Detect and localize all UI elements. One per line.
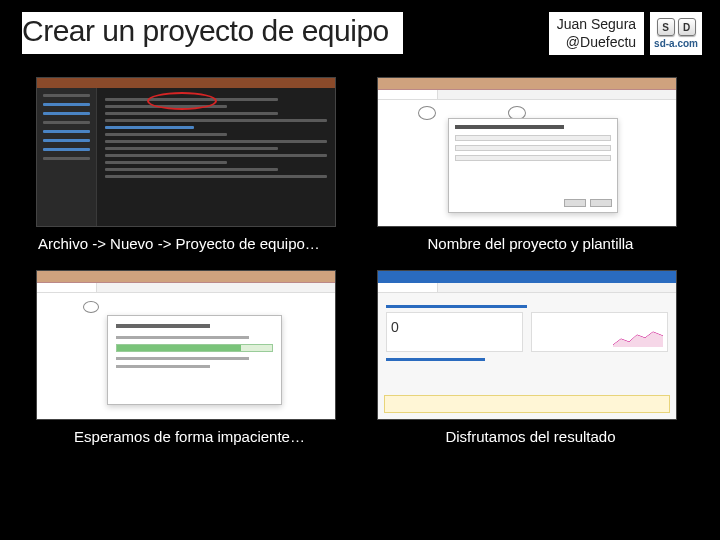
author-handle: @Duefectu — [557, 34, 636, 52]
keycap-d-icon: D — [678, 18, 696, 36]
screenshot-4-dashboard: 0 — [377, 270, 677, 420]
title-container: Crear un proyecto de equipo — [22, 12, 403, 54]
thumbnail-grid: Archivo -> Nuevo -> Proyecto de equipo… … — [0, 61, 720, 469]
highlight-circle-icon — [83, 301, 99, 313]
notice-banner — [384, 395, 670, 413]
caption-1: Archivo -> Nuevo -> Proyecto de equipo… — [36, 231, 343, 266]
badge-text: sd-a.com — [654, 38, 698, 49]
caption-4: Disfrutamos del resultado — [377, 424, 684, 459]
progress-bar-icon — [116, 344, 273, 352]
author-box: Juan Segura @Duefectu — [549, 12, 644, 55]
metric-number: 0 — [391, 319, 399, 335]
highlight-circle-icon — [147, 92, 217, 110]
slide-header: Crear un proyecto de equipo Juan Segura … — [0, 0, 720, 61]
header-right: Juan Segura @Duefectu S D sd-a.com — [549, 12, 702, 55]
caption-3: Esperamos de forma impaciente… — [36, 424, 343, 459]
sparkline-icon — [613, 327, 663, 347]
screenshot-1-ide — [36, 77, 336, 227]
screenshot-3-progress — [36, 270, 336, 420]
keycap-row: S D — [657, 18, 696, 36]
new-project-dialog — [448, 118, 618, 213]
progress-panel — [107, 315, 282, 405]
keycap-s-icon: S — [657, 18, 675, 36]
slide-title: Crear un proyecto de equipo — [22, 14, 395, 50]
sda-badge: S D sd-a.com — [650, 12, 702, 55]
author-name: Juan Segura — [557, 16, 636, 34]
caption-2: Nombre del proyecto y plantilla — [377, 231, 684, 266]
screenshot-2-dialog — [377, 77, 677, 227]
highlight-circle-icon — [418, 106, 436, 120]
